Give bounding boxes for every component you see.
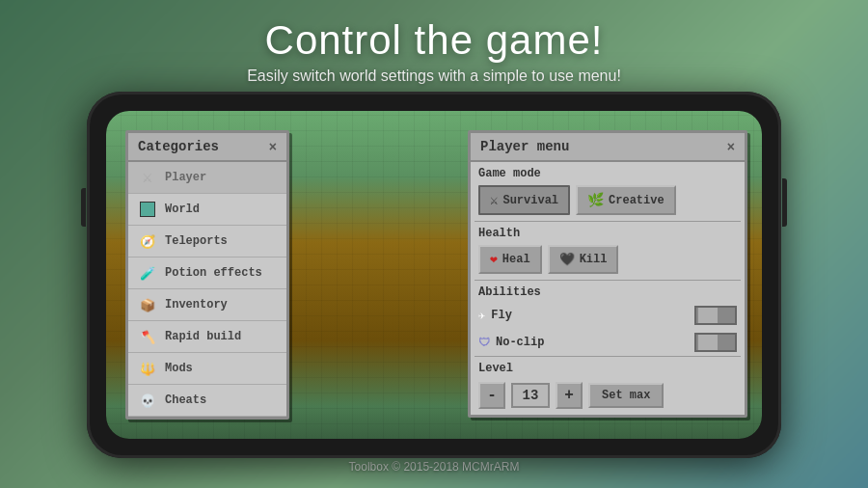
categories-panel: Categories × ⚔ Player World 🧭 — [125, 130, 289, 420]
noclip-icon: 🛡 — [478, 336, 490, 350]
level-label: Level — [471, 357, 745, 378]
categories-close-button[interactable]: × — [269, 139, 277, 154]
rapid-build-label: Rapid build — [165, 330, 241, 343]
potion-icon: 🧪 — [138, 263, 157, 283]
categories-header: Categories × — [128, 133, 286, 162]
noclip-label-group: 🛡 No-clip — [478, 336, 544, 350]
set-max-button[interactable]: Set max — [588, 383, 664, 408]
health-buttons: ❤ Heal 🖤 Kill — [471, 243, 745, 280]
cheats-label: Cheats — [165, 393, 206, 407]
health-label: Health — [471, 222, 745, 243]
creative-label: Creative — [609, 194, 665, 207]
sidebar-item-inventory[interactable]: 📦 Inventory — [128, 289, 286, 321]
fly-label-group: ✈ Fly — [478, 309, 512, 323]
player-panel-header: Player menu × — [471, 133, 745, 162]
heal-heart-icon: ❤ — [490, 252, 498, 267]
sidebar-item-cheats[interactable]: 💀 Cheats — [128, 385, 286, 417]
phone-frame: Categories × ⚔ Player World 🧭 — [87, 92, 781, 458]
fly-icon: ✈ — [478, 309, 485, 323]
sidebar-item-world[interactable]: World — [128, 194, 286, 226]
inventory-icon: 📦 — [138, 295, 157, 314]
cheats-icon: 💀 — [138, 391, 157, 410]
sidebar-item-mods[interactable]: 🔱 Mods — [128, 353, 286, 385]
level-row: - 13 + Set max — [471, 378, 745, 415]
top-section: Control the game! Easily switch world se… — [0, 17, 868, 85]
heal-label: Heal — [502, 253, 530, 266]
level-minus-button[interactable]: - — [478, 382, 505, 409]
creative-icon: 🌿 — [587, 192, 604, 208]
sidebar-item-player[interactable]: ⚔ Player — [128, 162, 286, 194]
kill-label: Kill — [580, 253, 608, 266]
abilities-label: Abilities — [471, 281, 745, 302]
game-mode-buttons: ⚔ Survival 🌿 Creative — [471, 183, 745, 221]
noclip-toggle-row: 🛡 No-clip — [471, 329, 745, 356]
sidebar-item-rapid-build[interactable]: 🪓 Rapid build — [128, 321, 286, 353]
sidebar-item-teleports[interactable]: 🧭 Teleports — [128, 226, 286, 258]
noclip-toggle[interactable] — [694, 333, 737, 352]
categories-title: Categories — [138, 139, 219, 154]
survival-label: Survival — [502, 194, 558, 207]
phone-button-left — [81, 188, 86, 227]
heal-button[interactable]: ❤ Heal — [478, 245, 542, 274]
teleports-icon: 🧭 — [138, 231, 157, 251]
fly-label: Fly — [491, 309, 512, 322]
teleports-label: Teleports — [165, 234, 228, 248]
phone-screen: Categories × ⚔ Player World 🧭 — [106, 111, 762, 439]
footer-line2: Toolbox © 2015-2018 MCMrARM — [349, 460, 520, 474]
level-plus-button[interactable]: + — [556, 382, 583, 409]
game-mode-label: Game mode — [471, 162, 745, 183]
world-icon — [138, 200, 157, 219]
player-panel: Player menu × Game mode ⚔ Survival 🌿 Cre… — [468, 130, 747, 418]
kill-heart-icon: 🖤 — [559, 252, 575, 267]
rapid-build-icon: 🪓 — [138, 327, 157, 346]
phone-button-right — [782, 178, 787, 227]
fly-toggle[interactable] — [694, 306, 737, 325]
fly-toggle-handle — [698, 308, 718, 323]
potion-effects-label: Potion effects — [165, 266, 262, 280]
player-panel-title: Player menu — [480, 139, 569, 154]
survival-button[interactable]: ⚔ Survival — [478, 185, 570, 215]
player-panel-close-button[interactable]: × — [727, 139, 735, 154]
level-value: 13 — [511, 383, 550, 408]
survival-icon: ⚔ — [490, 192, 498, 208]
player-label: Player — [165, 171, 206, 184]
player-icon: ⚔ — [138, 168, 157, 187]
noclip-toggle-handle — [698, 335, 718, 350]
inventory-label: Inventory — [165, 298, 228, 312]
mods-icon: 🔱 — [138, 359, 157, 378]
sidebar-item-potion-effects[interactable]: 🧪 Potion effects — [128, 258, 286, 289]
world-label: World — [165, 203, 200, 216]
mods-label: Mods — [165, 362, 193, 375]
kill-button[interactable]: 🖤 Kill — [548, 245, 619, 274]
fly-toggle-row: ✈ Fly — [471, 302, 745, 329]
creative-button[interactable]: 🌿 Creative — [576, 185, 676, 215]
noclip-label: No-clip — [496, 336, 544, 349]
sub-title: Easily switch world settings with a simp… — [0, 68, 868, 85]
main-title: Control the game! — [0, 17, 868, 64]
